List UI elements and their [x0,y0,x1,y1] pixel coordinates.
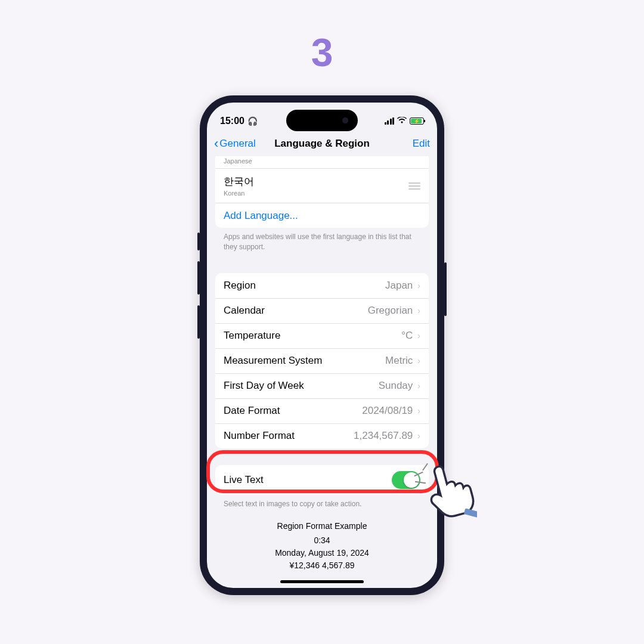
region-settings-list: Region Japan› Calendar Gregorian› Temper… [215,273,429,448]
battery-icon: ⚡ [410,117,424,125]
status-time: 15:00 [220,116,244,126]
page-title: Language & Region [274,138,370,150]
measurement-row[interactable]: Measurement System Metric› [215,348,429,373]
phone-screen: 15:00 🎧 ⚡ ‹ General Language & Region Ed… [207,103,437,588]
chevron-right-icon: › [417,356,420,366]
edit-button[interactable]: Edit [413,138,430,150]
wifi-icon [397,116,407,126]
cursor-hand-icon [417,459,477,527]
headphones-icon: 🎧 [247,116,258,126]
language-list: Japanese 한국어 Korean Add Language... [215,156,429,228]
live-text-group: Live Text [215,465,429,495]
chevron-right-icon: › [417,306,420,315]
first-day-row[interactable]: First Day of Week Sunday› [215,373,429,398]
language-english: Korean [224,190,254,197]
live-text-footer: Select text in images to copy or take ac… [207,495,437,513]
cellular-icon [385,117,395,125]
home-indicator[interactable] [280,580,364,583]
chevron-right-icon: › [417,281,420,290]
language-native: 한국어 [224,175,254,188]
region-row[interactable]: Region Japan› [215,273,429,298]
language-row-japanese[interactable]: Japanese [215,157,429,168]
add-language-button[interactable]: Add Language... [215,203,429,228]
language-footer-text: Apps and websites will use the first lan… [207,228,437,256]
chevron-left-icon: ‹ [214,137,218,150]
live-text-label: Live Text [224,474,264,486]
nav-bar: ‹ General Language & Region Edit [207,131,437,156]
number-format-row[interactable]: Number Format 1,234,567.89› [215,423,429,448]
back-label: General [219,138,255,150]
back-button[interactable]: ‹ General [214,137,256,150]
chevron-right-icon: › [417,331,420,340]
chevron-right-icon: › [417,381,420,391]
phone-frame: 15:00 🎧 ⚡ ‹ General Language & Region Ed… [200,95,444,595]
chevron-right-icon: › [417,406,420,416]
svg-rect-0 [464,508,477,518]
step-number: 3 [311,30,333,75]
drag-handle-icon[interactable] [408,182,420,190]
region-format-example: Region Format Example 0:34 Monday, Augus… [207,513,437,580]
live-text-toggle[interactable] [392,471,420,489]
temperature-row[interactable]: Temperature °C› [215,323,429,348]
chevron-right-icon: › [417,431,420,441]
dynamic-island [286,110,358,131]
live-text-row: Live Text [215,465,429,495]
date-format-row[interactable]: Date Format 2024/08/19› [215,398,429,423]
language-row-korean[interactable]: 한국어 Korean [215,168,429,203]
calendar-row[interactable]: Calendar Gregorian› [215,298,429,323]
